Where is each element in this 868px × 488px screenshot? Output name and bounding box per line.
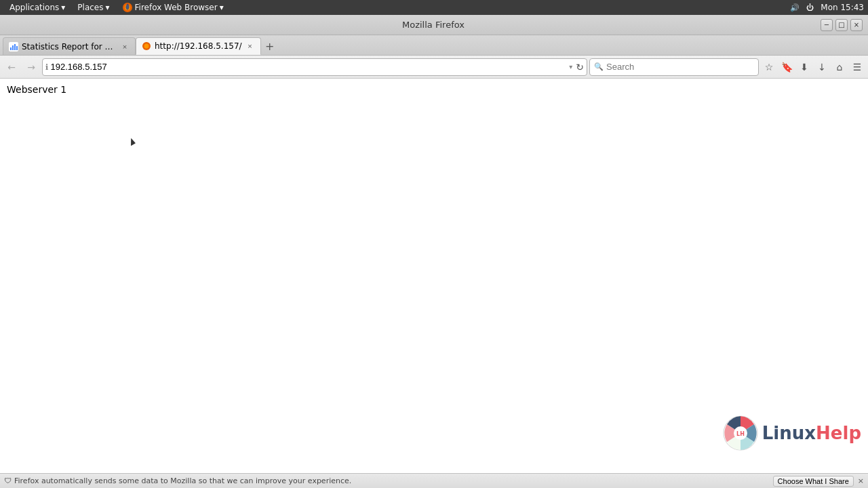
system-bar: Applications ▾ Places ▾ Firefox Web Brow… (0, 0, 868, 15)
tab-favicon-statistics (9, 42, 18, 52)
applications-menu[interactable]: Applications ▾ (4, 1, 71, 14)
help-text: Help (816, 423, 861, 443)
nav-right-icons: ☆ 🔖 ⬇ ↓ ⌂ ☰ (761, 59, 865, 75)
tab-webserver[interactable]: http://192.168.5.157/ × (136, 37, 261, 55)
linuxhelp-text: LinuxHelp (762, 423, 861, 443)
svg-text:LH: LH (736, 431, 745, 437)
firefox-icon (122, 2, 133, 13)
address-dropdown-arrow[interactable]: ▾ (569, 63, 572, 70)
reload-button[interactable]: ↻ (576, 62, 584, 73)
status-bar-right: Choose What I Share × (773, 476, 864, 487)
new-tab-button[interactable]: + (261, 37, 279, 55)
sound-icon[interactable]: 🔊 (790, 3, 800, 12)
system-bar-left: Applications ▾ Places ▾ Firefox Web Brow… (4, 1, 229, 14)
page-content: Webserver 1 (0, 79, 868, 473)
linuxhelp-circle-logo: LH (723, 415, 758, 451)
security-icon: ℹ (45, 62, 49, 72)
linuxhelp-watermark: LH LinuxHelp (723, 415, 861, 451)
system-bar-right: 🔊 ⏻ Mon 15:43 (790, 3, 864, 12)
back-button[interactable]: ← (3, 58, 20, 76)
bookmark-star-button[interactable]: ☆ (761, 59, 777, 75)
svg-rect-4 (12, 45, 14, 50)
browser-menu-arrow: ▾ (220, 3, 224, 12)
title-bar: Mozilla Firefox − □ × (0, 15, 868, 35)
minimize-button[interactable]: − (821, 19, 833, 31)
tab-statistics-close[interactable]: × (120, 42, 130, 52)
status-bar-message-area: 🛡 Firefox automatically sends some data … (4, 476, 351, 485)
nav-bar: ← → ℹ ▾ ↻ 🔍 ☆ 🔖 ⬇ ↓ ⌂ ☰ (0, 56, 868, 79)
choose-share-button[interactable]: Choose What I Share (773, 476, 854, 487)
svg-rect-5 (14, 44, 16, 50)
browser-menu-label: Firefox Web Browser (135, 3, 218, 12)
address-input[interactable] (51, 62, 568, 72)
forward-button[interactable]: → (22, 58, 40, 76)
svg-rect-3 (10, 47, 12, 50)
tab-webserver-close[interactable]: × (245, 41, 255, 51)
tab-statistics[interactable]: Statistics Report for HA... × (3, 37, 136, 55)
restore-button[interactable]: □ (835, 19, 848, 31)
bookmark-this-button[interactable]: 🔖 (778, 59, 795, 75)
svg-point-8 (144, 44, 149, 49)
clock: Mon 15:43 (821, 3, 864, 12)
status-bar: 🛡 Firefox automatically sends some data … (0, 473, 868, 488)
download-button[interactable]: ↓ (814, 59, 830, 75)
window-controls: − □ × (821, 19, 863, 31)
search-container[interactable]: 🔍 (589, 58, 759, 76)
status-close-button[interactable]: × (858, 476, 864, 485)
status-message: Firefox automatically sends some data to… (14, 476, 351, 485)
search-icon: 🔍 (594, 62, 604, 71)
window-title: Mozilla Firefox (46, 20, 821, 30)
places-arrow: ▾ (106, 3, 110, 12)
close-button[interactable]: × (850, 19, 863, 31)
applications-label: Applications (9, 3, 59, 12)
browser-menu[interactable]: Firefox Web Browser ▾ (117, 1, 229, 14)
home-button[interactable]: ⌂ (831, 59, 848, 75)
places-label: Places (77, 3, 103, 12)
tab-statistics-label: Statistics Report for HA... (22, 42, 117, 52)
webserver-title: Webserver 1 (7, 84, 861, 95)
tab-webserver-label: http://192.168.5.157/ (155, 41, 242, 51)
svg-rect-6 (16, 46, 18, 50)
tab-favicon-webserver (142, 41, 151, 51)
places-menu[interactable]: Places ▾ (72, 1, 115, 14)
search-input[interactable] (606, 62, 742, 72)
tab-bar: Statistics Report for HA... × http://192… (0, 35, 868, 56)
address-bar-container[interactable]: ℹ ▾ ↻ (42, 58, 587, 76)
applications-arrow: ▾ (61, 3, 65, 12)
power-icon[interactable]: ⏻ (806, 3, 814, 12)
pocket-button[interactable]: ⬇ (796, 59, 812, 75)
privacy-icon: 🛡 (4, 476, 12, 485)
menu-button[interactable]: ☰ (849, 59, 865, 75)
linux-text: Linux (762, 423, 816, 443)
